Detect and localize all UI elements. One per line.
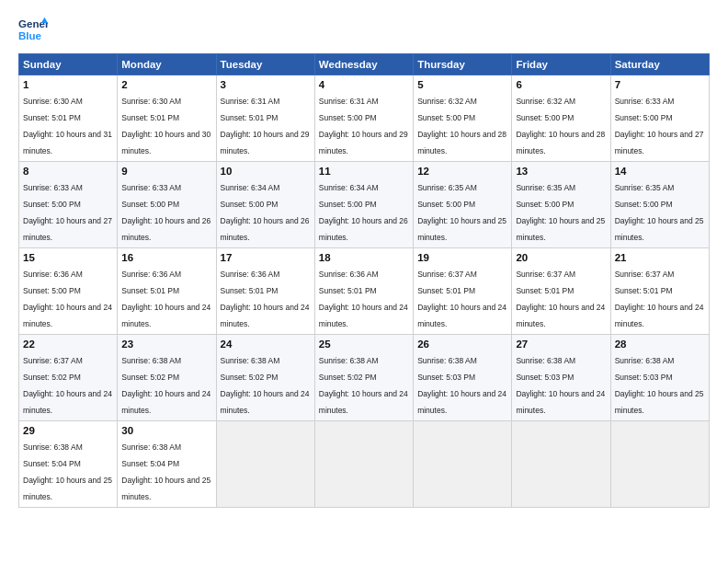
day-cell-2: 2 Sunrise: 6:30 AMSunset: 5:01 PMDayligh… <box>118 75 216 162</box>
day-number: 15 <box>23 252 113 263</box>
day-number: 24 <box>221 339 311 350</box>
day-number: 22 <box>23 339 113 350</box>
day-number: 17 <box>221 252 311 263</box>
day-cell-9: 9 Sunrise: 6:33 AMSunset: 5:00 PMDayligh… <box>118 162 216 248</box>
day-number: 3 <box>221 79 311 90</box>
day-cell-19: 19 Sunrise: 6:37 AMSunset: 5:01 PMDaylig… <box>414 248 512 335</box>
day-detail: Sunrise: 6:33 AMSunset: 5:00 PMDaylight:… <box>121 183 210 242</box>
calendar-week-5: 29 Sunrise: 6:38 AMSunset: 5:04 PMDaylig… <box>19 421 710 508</box>
day-detail: Sunrise: 6:38 AMSunset: 5:04 PMDaylight:… <box>121 442 210 501</box>
day-cell-6: 6 Sunrise: 6:32 AMSunset: 5:00 PMDayligh… <box>512 75 610 162</box>
weekday-header-saturday: Saturday <box>610 54 709 75</box>
calendar-week-1: 1 Sunrise: 6:30 AMSunset: 5:01 PMDayligh… <box>19 75 710 162</box>
day-cell-12: 12 Sunrise: 6:35 AMSunset: 5:00 PMDaylig… <box>414 162 512 248</box>
day-detail: Sunrise: 6:38 AMSunset: 5:03 PMDaylight:… <box>516 356 605 415</box>
day-cell-5: 5 Sunrise: 6:32 AMSunset: 5:00 PMDayligh… <box>414 75 512 162</box>
day-number: 2 <box>121 79 211 90</box>
day-detail: Sunrise: 6:32 AMSunset: 5:00 PMDaylight:… <box>417 97 506 155</box>
weekday-header-wednesday: Wednesday <box>314 54 413 75</box>
day-number: 12 <box>417 166 507 177</box>
day-cell-30: 30 Sunrise: 6:38 AMSunset: 5:04 PMDaylig… <box>118 421 216 508</box>
page: General Blue SundayMondayTuesdayWednesda… <box>0 0 728 563</box>
day-number: 16 <box>121 252 211 263</box>
day-cell-17: 17 Sunrise: 6:36 AMSunset: 5:01 PMDaylig… <box>216 248 314 335</box>
day-number: 21 <box>615 252 705 263</box>
weekday-header-monday: Monday <box>118 54 216 75</box>
day-detail: Sunrise: 6:37 AMSunset: 5:02 PMDaylight:… <box>23 356 112 415</box>
day-number: 10 <box>221 166 311 177</box>
day-detail: Sunrise: 6:38 AMSunset: 5:02 PMDaylight:… <box>319 356 408 415</box>
day-detail: Sunrise: 6:38 AMSunset: 5:04 PMDaylight:… <box>23 442 112 501</box>
svg-text:Blue: Blue <box>18 30 42 41</box>
empty-cell <box>414 421 512 508</box>
day-number: 25 <box>319 339 409 350</box>
day-cell-18: 18 Sunrise: 6:36 AMSunset: 5:01 PMDaylig… <box>314 248 413 335</box>
day-cell-24: 24 Sunrise: 6:38 AMSunset: 5:02 PMDaylig… <box>216 335 314 421</box>
day-cell-15: 15 Sunrise: 6:36 AMSunset: 5:00 PMDaylig… <box>19 248 118 335</box>
weekday-header-sunday: Sunday <box>19 54 118 75</box>
day-cell-14: 14 Sunrise: 6:35 AMSunset: 5:00 PMDaylig… <box>610 162 709 248</box>
day-cell-1: 1 Sunrise: 6:30 AMSunset: 5:01 PMDayligh… <box>19 75 118 162</box>
day-number: 11 <box>319 166 409 177</box>
calendar-week-3: 15 Sunrise: 6:36 AMSunset: 5:00 PMDaylig… <box>19 248 710 335</box>
day-cell-10: 10 Sunrise: 6:34 AMSunset: 5:00 PMDaylig… <box>216 162 314 248</box>
day-number: 8 <box>23 166 113 177</box>
day-number: 28 <box>615 339 705 350</box>
day-cell-23: 23 Sunrise: 6:38 AMSunset: 5:02 PMDaylig… <box>118 335 216 421</box>
day-detail: Sunrise: 6:33 AMSunset: 5:00 PMDaylight:… <box>23 183 112 242</box>
day-number: 14 <box>615 166 705 177</box>
day-cell-11: 11 Sunrise: 6:34 AMSunset: 5:00 PMDaylig… <box>314 162 413 248</box>
day-detail: Sunrise: 6:34 AMSunset: 5:00 PMDaylight:… <box>221 183 310 242</box>
day-number: 26 <box>417 339 507 350</box>
day-number: 27 <box>516 339 606 350</box>
day-number: 29 <box>23 425 113 436</box>
day-cell-20: 20 Sunrise: 6:37 AMSunset: 5:01 PMDaylig… <box>512 248 610 335</box>
day-cell-22: 22 Sunrise: 6:37 AMSunset: 5:02 PMDaylig… <box>19 335 118 421</box>
day-detail: Sunrise: 6:33 AMSunset: 5:00 PMDaylight:… <box>615 97 704 155</box>
calendar-week-2: 8 Sunrise: 6:33 AMSunset: 5:00 PMDayligh… <box>19 162 710 248</box>
day-detail: Sunrise: 6:38 AMSunset: 5:03 PMDaylight:… <box>417 356 506 415</box>
day-number: 18 <box>319 252 409 263</box>
day-cell-16: 16 Sunrise: 6:36 AMSunset: 5:01 PMDaylig… <box>118 248 216 335</box>
day-cell-13: 13 Sunrise: 6:35 AMSunset: 5:00 PMDaylig… <box>512 162 610 248</box>
weekday-header-tuesday: Tuesday <box>216 54 314 75</box>
day-cell-27: 27 Sunrise: 6:38 AMSunset: 5:03 PMDaylig… <box>512 335 610 421</box>
day-detail: Sunrise: 6:31 AMSunset: 5:00 PMDaylight:… <box>319 97 408 155</box>
day-number: 30 <box>121 425 211 436</box>
day-cell-3: 3 Sunrise: 6:31 AMSunset: 5:01 PMDayligh… <box>216 75 314 162</box>
logo-icon: General Blue <box>18 15 48 44</box>
day-number: 1 <box>23 79 113 90</box>
calendar-body: 1 Sunrise: 6:30 AMSunset: 5:01 PMDayligh… <box>19 75 710 508</box>
day-detail: Sunrise: 6:35 AMSunset: 5:00 PMDaylight:… <box>417 183 506 242</box>
day-number: 13 <box>516 166 606 177</box>
day-detail: Sunrise: 6:38 AMSunset: 5:02 PMDaylight:… <box>221 356 310 415</box>
day-detail: Sunrise: 6:36 AMSunset: 5:01 PMDaylight:… <box>121 270 210 328</box>
calendar-table: SundayMondayTuesdayWednesdayThursdayFrid… <box>18 53 710 508</box>
empty-cell <box>512 421 610 508</box>
day-cell-21: 21 Sunrise: 6:37 AMSunset: 5:01 PMDaylig… <box>610 248 709 335</box>
day-detail: Sunrise: 6:35 AMSunset: 5:00 PMDaylight:… <box>615 183 704 242</box>
day-cell-29: 29 Sunrise: 6:38 AMSunset: 5:04 PMDaylig… <box>19 421 118 508</box>
day-number: 5 <box>417 79 507 90</box>
day-cell-8: 8 Sunrise: 6:33 AMSunset: 5:00 PMDayligh… <box>19 162 118 248</box>
day-detail: Sunrise: 6:35 AMSunset: 5:00 PMDaylight:… <box>516 183 605 242</box>
day-detail: Sunrise: 6:38 AMSunset: 5:03 PMDaylight:… <box>615 356 704 415</box>
weekday-header-friday: Friday <box>512 54 610 75</box>
day-detail: Sunrise: 6:36 AMSunset: 5:01 PMDaylight:… <box>319 270 408 328</box>
day-cell-7: 7 Sunrise: 6:33 AMSunset: 5:00 PMDayligh… <box>610 75 709 162</box>
header: General Blue <box>18 15 710 44</box>
day-detail: Sunrise: 6:30 AMSunset: 5:01 PMDaylight:… <box>121 97 210 155</box>
day-cell-25: 25 Sunrise: 6:38 AMSunset: 5:02 PMDaylig… <box>314 335 413 421</box>
calendar-header-row: SundayMondayTuesdayWednesdayThursdayFrid… <box>19 54 710 75</box>
day-detail: Sunrise: 6:36 AMSunset: 5:00 PMDaylight:… <box>23 270 112 328</box>
day-number: 9 <box>121 166 211 177</box>
day-detail: Sunrise: 6:31 AMSunset: 5:01 PMDaylight:… <box>221 97 310 155</box>
day-detail: Sunrise: 6:36 AMSunset: 5:01 PMDaylight:… <box>221 270 310 328</box>
day-cell-28: 28 Sunrise: 6:38 AMSunset: 5:03 PMDaylig… <box>610 335 709 421</box>
empty-cell <box>314 421 413 508</box>
day-cell-4: 4 Sunrise: 6:31 AMSunset: 5:00 PMDayligh… <box>314 75 413 162</box>
day-detail: Sunrise: 6:30 AMSunset: 5:01 PMDaylight:… <box>23 97 112 155</box>
day-number: 19 <box>417 252 507 263</box>
day-number: 6 <box>516 79 606 90</box>
day-detail: Sunrise: 6:37 AMSunset: 5:01 PMDaylight:… <box>615 270 704 328</box>
